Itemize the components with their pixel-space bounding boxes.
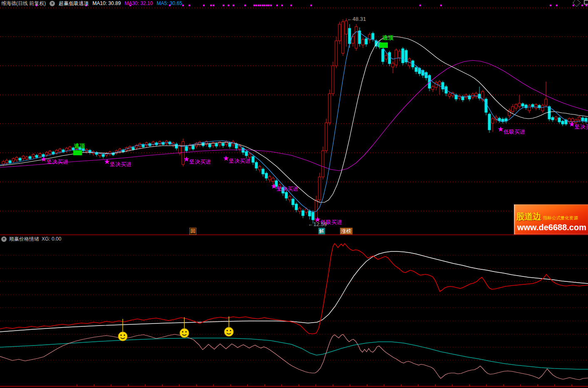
watermark-url: www.de6688.com: [517, 223, 588, 232]
buy-signal-label: 低吸买进: [503, 129, 525, 135]
price-extreme-label: ←12.59: [308, 221, 327, 227]
smiley-icon: [224, 327, 233, 336]
smiley-markers: [118, 316, 233, 341]
time-axis: [0, 384, 588, 386]
sell-signal-box: [73, 150, 82, 155]
main-gridlines: [0, 8, 588, 211]
buy-signal-label: 坚决买进: [189, 159, 211, 165]
sub-white-line: [0, 251, 588, 332]
smiley-icon: [180, 328, 189, 338]
chevron-down-icon[interactable]: ▼: [50, 1, 55, 6]
buy-star-icon: ★: [40, 155, 47, 163]
symbol-title: 维海德(日线 前复权): [1, 0, 46, 6]
sell-signal-label: 逃顶: [74, 143, 85, 149]
zhangbang-button[interactable]: 涨榜: [340, 228, 352, 234]
signals-layer: 逃顶逃顶★坚决买进★坚决买进★坚决买进★坚决买进★坚决买进★低吸买进★低吸买进★…: [40, 35, 588, 225]
sub-pink-line: [0, 334, 588, 380]
trading-terminal: { "header": { "title": "维海德(日线 前复权)", "i…: [0, 0, 588, 388]
indicator-name[interactable]: 超赢低吸逃顶: [59, 0, 89, 6]
buy-signal-label: 坚决买进: [575, 124, 588, 130]
buy-star-icon: ★: [104, 158, 110, 166]
chart-canvas[interactable]: 逃顶逃顶★坚决买进★坚决买进★坚决买进★坚决买进★坚决买进★低吸买进★低吸买进★…: [0, 0, 588, 388]
chevron-down-icon[interactable]: ▼: [1, 236, 7, 242]
ma5-line: [0, 32, 588, 212]
sub-indicator-header: ▼ 顺赢价格情绪 XG: 0.00: [0, 236, 61, 242]
buy-star-icon: ★: [497, 125, 504, 133]
watermark-slogan: 指标公式量化资源: [543, 215, 578, 221]
buy-star-icon: ★: [183, 155, 189, 163]
ma10-value: MA10: 30.89: [92, 0, 121, 6]
buy-star-icon: ★: [568, 120, 575, 128]
buy-signal-label: 坚决买进: [110, 161, 131, 167]
ma30-value: MA30: 32.10: [124, 0, 153, 6]
sub-indicator-name[interactable]: 顺赢价格情绪: [9, 236, 39, 243]
jie-button[interactable]: 解: [318, 228, 325, 234]
ma30-line: [0, 60, 588, 171]
watermark: 股道边 指标公式量化资源 www.de6688.com: [514, 204, 588, 234]
sell-signal-label: 逃顶: [382, 35, 394, 41]
buy-star-icon: ★: [270, 182, 277, 190]
sell-signal-box: [379, 42, 388, 48]
ma5-value: MA5: 30.65: [156, 0, 182, 6]
sub-teal-line: [0, 338, 588, 369]
sub-red-line: [0, 244, 588, 334]
sub-indicator-xg: XG: 0.00: [42, 236, 61, 242]
sub-gridlines: [0, 255, 588, 360]
smiley-icon: [118, 332, 127, 341]
price-extreme-label: ←48.31: [347, 16, 366, 22]
buy-signal-label: 坚决买进: [47, 159, 68, 165]
title-bar: 维海德(日线 前复权) ▼ 超赢低吸逃顶 MA10: 30.89 MA30: 3…: [0, 0, 588, 7]
back-button[interactable]: 回: [189, 228, 196, 235]
watermark-brand: 股道边: [516, 211, 541, 222]
buy-signal-label: 坚决买进: [229, 158, 251, 164]
buy-signal-label: 坚决买进: [277, 186, 298, 192]
buy-star-icon: ★: [223, 154, 229, 162]
